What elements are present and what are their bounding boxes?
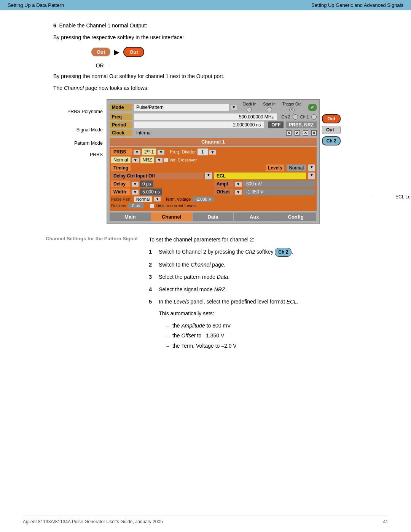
ch-step-5-text: In the Levels panel, select the predefin… bbox=[159, 298, 298, 306]
period-row: Period 2.0000000 ns OFF PRBS, NRZ bbox=[110, 121, 317, 128]
ch-step-5-content: In the Levels panel, select the predefin… bbox=[159, 298, 298, 351]
clock-label: Clock bbox=[110, 129, 132, 136]
pulse-perf-dropdown[interactable]: ▼ bbox=[154, 197, 161, 201]
ch2-inline-btn[interactable]: Ch 2 bbox=[275, 248, 292, 257]
left-labels: PRBS Polynome Signal Mode Pattern Mode P… bbox=[23, 107, 103, 160]
page-footer: Agilent 81133A/81134A Pulse Generator Us… bbox=[23, 516, 388, 524]
var-crossover-checkbox[interactable] bbox=[164, 158, 168, 162]
nrz-dropdown[interactable]: ▼ bbox=[156, 158, 162, 163]
freq-divider-row: Freq. Divider 1 ▼ bbox=[170, 149, 216, 155]
device-panel: Mode Pulse/Pattern ▼ Clock In Start In bbox=[107, 99, 320, 224]
delay-ctrl-dropdown[interactable]: ▼ bbox=[205, 173, 212, 179]
prbs-val-dropdown[interactable]: ▼ bbox=[158, 150, 164, 155]
nav-channel[interactable]: Channel bbox=[151, 212, 193, 221]
delay-ampl-row: Delay ▼ 0 ps Ampl ▼ 800 mV bbox=[111, 181, 315, 187]
out-button-illustration: Out ▶ Out bbox=[91, 47, 388, 57]
width-dropdown[interactable]: ▼ bbox=[132, 190, 139, 195]
ch-step-2-text: Switch to the Channel page. bbox=[159, 260, 225, 269]
cross2: ✕ bbox=[295, 130, 300, 136]
ecl-dropdown[interactable]: ▼ bbox=[308, 173, 315, 179]
cross-row: ✕ ✕ ✕ ✕ bbox=[286, 129, 317, 136]
nav-main[interactable]: Main bbox=[110, 212, 151, 221]
period-value: 2.0000000 ns bbox=[134, 121, 264, 128]
offset-val: -1.350 V bbox=[243, 189, 315, 195]
gear-icon[interactable]: ✓ bbox=[308, 104, 317, 111]
footer-left: Agilent 81133A/81134A Pulse Generator Us… bbox=[23, 519, 163, 524]
ch-step-4-text: Select the signal mode NRZ. bbox=[159, 285, 226, 294]
offset-group: Offset ▼ -1.350 V bbox=[214, 189, 315, 195]
deskew-limit-row: Deskew 0 ps Limit to current Levels bbox=[111, 203, 315, 208]
ampl-dropdown[interactable]: ▼ bbox=[235, 182, 242, 187]
channel-page-prefix: The Channel page now looks as follows: bbox=[53, 85, 149, 91]
ch2-circle-top[interactable] bbox=[293, 114, 298, 120]
prbs-dropdown[interactable]: ▼ bbox=[134, 150, 140, 155]
clock-circles-row: Clock In Start In Trigger Out ✕ bbox=[242, 102, 317, 112]
arrow-icon: ▶ bbox=[114, 48, 119, 56]
freq-row: Freq 500.000000 MHz Ch 2 Ch 1 bbox=[110, 113, 317, 120]
section-intro: To set the channel parameters for channe… bbox=[149, 236, 388, 244]
ch-step-5-sub: – the Amplitude to 800 mV – the Offset t… bbox=[159, 321, 298, 350]
clock-row: Clock Internal ✕ ✕ ✕ ✕ bbox=[110, 129, 317, 136]
nav-aux[interactable]: Aux bbox=[234, 212, 275, 221]
width-label: Width bbox=[111, 189, 130, 195]
freq-divider-label: Freq. Divider bbox=[170, 149, 196, 155]
period-label: Period bbox=[110, 121, 132, 128]
delay-group: Delay ▼ 0 ps bbox=[111, 181, 212, 187]
width-group: Width ▼ 5.000 ns bbox=[111, 189, 212, 195]
ch-step-5-auto: This automatically sets: bbox=[159, 310, 298, 318]
ch-step-5-num: 5 bbox=[149, 297, 156, 306]
channel-settings-heading: Channel Settings for the Pattern Signal bbox=[46, 236, 137, 241]
nav-data[interactable]: Data bbox=[193, 212, 234, 221]
timing-label: Timing bbox=[111, 165, 131, 171]
mode-dropdown[interactable]: ▼ bbox=[231, 105, 237, 110]
ch-step-3-text: Select the pattern mode Data. bbox=[159, 273, 229, 281]
header-right: Setting Up Generic and Advanced Signals bbox=[311, 2, 403, 8]
trigger-out-label: Trigger Out bbox=[282, 102, 301, 106]
prbs-polynome-label: PRBS Polynome bbox=[23, 107, 103, 117]
nav-bar: Main Channel Data Aux Config bbox=[110, 212, 317, 221]
delay-dropdown[interactable]: ▼ bbox=[132, 182, 139, 187]
out-btn-active: Out bbox=[123, 47, 144, 57]
sub-step-1: – the Amplitude to 800 mV bbox=[166, 321, 298, 330]
freq-divider-dropdown[interactable]: ▼ bbox=[209, 150, 216, 155]
nrz-value: NRZ bbox=[140, 157, 155, 163]
delay-val: 0 ps bbox=[140, 181, 153, 187]
start-in-item: Start In bbox=[263, 102, 276, 112]
limit-checkbox[interactable] bbox=[150, 204, 154, 208]
trigger-out-circle[interactable]: ✕ bbox=[289, 107, 295, 112]
ch-step-4: 4 Select the signal mode NRZ. bbox=[149, 285, 388, 294]
levels-dropdown[interactable]: ▼ bbox=[308, 165, 315, 171]
or-text: – OR – bbox=[91, 62, 388, 69]
prbs-row: PRBS ▼ 2¹²-1 ▼ Freq. Divider 1 ▼ bbox=[111, 149, 315, 155]
prbs-label: PRBS bbox=[23, 150, 103, 160]
nav-config[interactable]: Config bbox=[275, 212, 317, 221]
clock-in-label: Clock In bbox=[242, 102, 256, 106]
ampl-val: 800 mV bbox=[243, 181, 315, 187]
ch2-side-btn[interactable]: Ch 2 bbox=[322, 136, 341, 145]
limit-group: Limit to current Levels bbox=[150, 203, 197, 208]
mode-label: Mode bbox=[110, 104, 132, 111]
orange-section: PRBS ▼ 2¹²-1 ▼ Freq. Divider 1 ▼ Normal bbox=[110, 147, 317, 211]
ch1-circle-top[interactable] bbox=[311, 114, 317, 120]
start-in-circle[interactable] bbox=[267, 107, 272, 112]
normal-dropdown[interactable]: ▼ bbox=[132, 158, 139, 163]
sub-step-2-text: the Offset to –1.350 V bbox=[172, 331, 224, 340]
ecl-annotation: ECL Levels bbox=[374, 194, 411, 200]
clock-in-circle[interactable] bbox=[247, 107, 252, 112]
offset-dropdown[interactable]: ▼ bbox=[235, 190, 242, 195]
freq-value: 500.000000 MHz bbox=[134, 113, 277, 120]
limit-label: Limit to current Levels bbox=[156, 203, 197, 208]
signal-mode-label: Signal Mode bbox=[23, 125, 103, 136]
out-underline-btn[interactable]: Out_ bbox=[322, 126, 341, 134]
out-side-btn[interactable]: Out bbox=[322, 114, 341, 123]
dash-3: – bbox=[166, 342, 169, 350]
section-content: To set the channel parameters for channe… bbox=[149, 236, 388, 355]
cross3: ✕ bbox=[303, 130, 308, 136]
sub-step-3: – the Term. Voltage to –2.0 V bbox=[166, 342, 298, 350]
page-header: Setting Up a Data Pattern Setting Up Gen… bbox=[0, 0, 411, 10]
normal-nrz-row: Normal ▼ NRZ ▼ Var. Crossover bbox=[111, 157, 315, 163]
clock-in-item: Clock In bbox=[242, 102, 256, 112]
side-buttons: Out Out_ Ch 2 bbox=[322, 114, 341, 145]
ecl-levels-label: ECL Levels bbox=[395, 194, 411, 200]
step-6-sub1: By pressing the respective softkey in th… bbox=[53, 34, 388, 42]
